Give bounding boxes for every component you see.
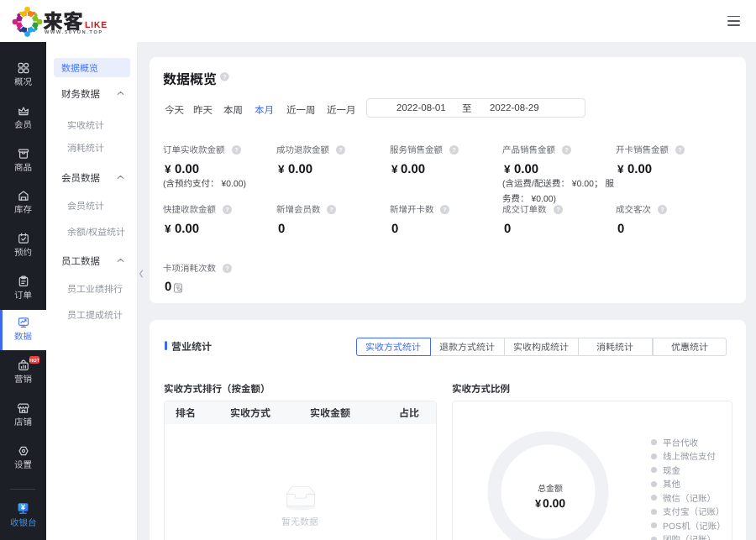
svg-text:?: ? — [225, 265, 228, 272]
svg-text:?: ? — [556, 207, 559, 213]
svg-text:?: ? — [679, 147, 682, 154]
svg-text:?: ? — [330, 207, 333, 213]
svg-text:?: ? — [565, 147, 569, 154]
svg-text:?: ? — [223, 74, 226, 80]
svg-text:?: ? — [661, 207, 664, 213]
svg-text:?: ? — [225, 207, 228, 213]
svg-text:?: ? — [339, 147, 342, 154]
svg-text:?: ? — [443, 207, 446, 213]
svg-text:?: ? — [452, 147, 455, 154]
svg-text:?: ? — [234, 147, 238, 154]
